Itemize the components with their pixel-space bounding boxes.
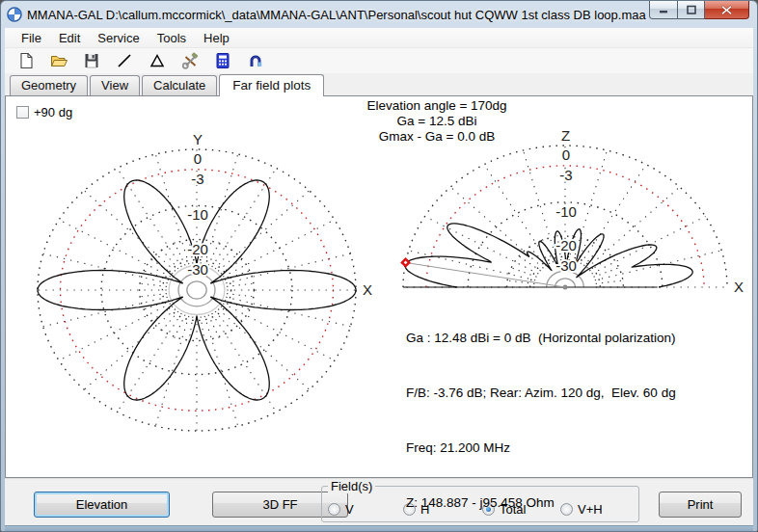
result-freq: Freq: 21.200 MHz <box>406 439 676 457</box>
tab-view[interactable]: View <box>90 75 140 95</box>
window-title: MMANA-GAL D:\callum.mccormick\_data\MMAN… <box>27 8 646 22</box>
svg-text:X: X <box>734 279 744 295</box>
radio-v-label: V <box>345 502 354 517</box>
tools-button[interactable] <box>178 50 202 71</box>
result-fb: F/B: -3.76 dB; Rear: Azim. 120 dg, Elev.… <box>406 384 676 402</box>
svg-text:-3: -3 <box>191 171 203 187</box>
minimize-icon <box>658 5 669 14</box>
calculator-icon <box>215 52 230 69</box>
tab-calculate[interactable]: Calculate <box>142 75 217 95</box>
radio-v-circle <box>328 503 340 516</box>
elevation-angle-text: Elevation angle = 170dg <box>131 98 743 114</box>
plus90-checkbox-row: +90 dg <box>16 105 72 120</box>
app-icon <box>7 7 22 22</box>
tools-icon <box>181 52 200 69</box>
menu-tools[interactable]: Tools <box>149 29 195 47</box>
far-field-button[interactable] <box>244 50 267 71</box>
plus90-checkbox-label: +90 dg <box>34 105 72 120</box>
open-file-icon <box>50 52 68 69</box>
far-field-panel: 0-3-10-20-30YX0-3-10-20-30ZX +90 dg Elev… <box>5 95 753 478</box>
toolbar <box>5 48 753 73</box>
save-icon <box>83 52 100 69</box>
triangle-tool-icon <box>149 52 166 69</box>
svg-text:-30: -30 <box>555 257 577 274</box>
menubar: File Edit Service Tools Help <box>5 28 753 48</box>
menu-file[interactable]: File <box>13 29 50 47</box>
elevation-button[interactable]: Elevation <box>34 492 170 518</box>
menu-help[interactable]: Help <box>195 29 238 47</box>
new-document-icon <box>17 52 35 69</box>
tab-far-field-plots[interactable]: Far field plots <box>219 74 324 96</box>
svg-text:0: 0 <box>562 146 570 163</box>
svg-text:-3: -3 <box>559 167 572 183</box>
close-icon <box>720 5 733 15</box>
far-field-icon <box>247 52 264 69</box>
svg-text:-10: -10 <box>555 203 577 220</box>
close-button[interactable] <box>705 1 749 19</box>
save-button[interactable] <box>80 50 103 71</box>
svg-text:-20: -20 <box>555 237 577 253</box>
svg-text:-30: -30 <box>187 261 208 278</box>
result-impedance: Z: 148.887 - j95.458 Ohm <box>406 493 676 512</box>
line-tool-icon <box>116 52 133 69</box>
new-document-button[interactable] <box>14 50 38 71</box>
result-gain: Ga : 12.48 dBi = 0 dB (Horizontal polari… <box>406 329 676 347</box>
radio-v[interactable]: V <box>328 502 354 517</box>
menu-service[interactable]: Service <box>89 29 148 47</box>
tabbar: Geometry View Calculate Far field plots <box>5 73 753 95</box>
mmana-gal-window: MMANA-GAL D:\callum.mccormick\_data\MMAN… <box>0 0 758 532</box>
svg-text:0: 0 <box>194 150 202 167</box>
maximize-icon <box>686 5 697 15</box>
results-block: Ga : 12.48 dBi = 0 dB (Horizontal polari… <box>406 292 676 532</box>
menu-edit[interactable]: Edit <box>50 29 89 47</box>
ga-text: Ga = 12.5 dBi <box>131 114 743 129</box>
minimize-button[interactable] <box>649 1 678 19</box>
svg-text:-20: -20 <box>187 241 208 257</box>
plot-header: Elevation angle = 170dg Ga = 12.5 dBi Gm… <box>131 98 743 145</box>
plus90-checkbox[interactable] <box>16 106 29 119</box>
svg-text:X: X <box>363 281 372 298</box>
elevation-pattern-plot: 0-3-10-20-30ZX <box>400 127 744 295</box>
calculator-button[interactable] <box>211 50 234 71</box>
tab-geometry[interactable]: Geometry <box>10 75 88 95</box>
line-tool-button[interactable] <box>113 50 136 71</box>
azimuth-pattern-plot: 0-3-10-20-30YX <box>38 131 372 431</box>
gmax-ga-text: Gmax - Ga = 0.0 dB <box>131 129 743 145</box>
triangle-tool-button[interactable] <box>146 50 169 71</box>
maximize-button[interactable] <box>678 1 705 19</box>
fields-group-label: Field(s) <box>328 479 375 493</box>
svg-text:-10: -10 <box>187 206 208 223</box>
titlebar: MMANA-GAL D:\callum.mccormick\_data\MMAN… <box>1 1 757 28</box>
open-file-button[interactable] <box>47 50 70 71</box>
